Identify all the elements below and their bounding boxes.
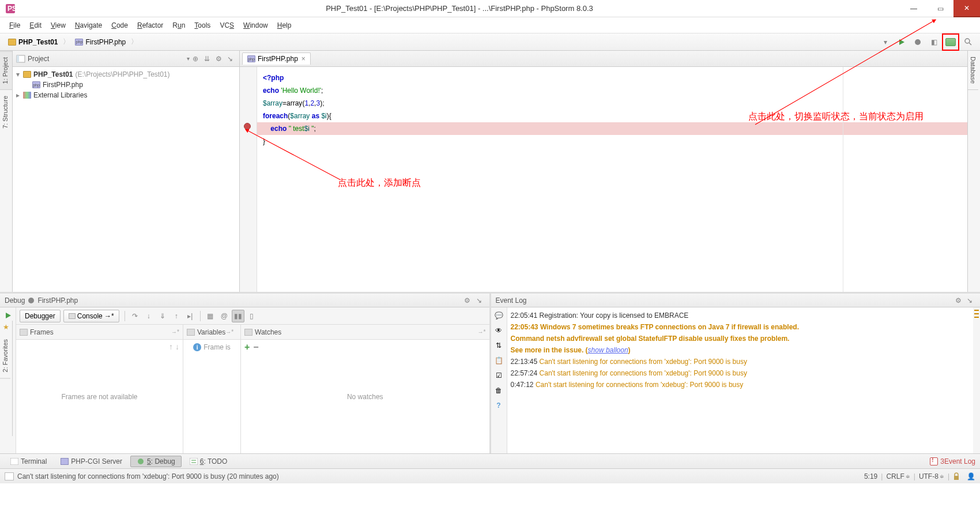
restore-layout-button[interactable]: ▯ — [246, 310, 258, 322]
toolwin-debug[interactable]: 5: Debug — [130, 456, 182, 467]
breadcrumb-sep: 〉 — [63, 37, 70, 47]
listen-debug-button[interactable] — [942, 33, 959, 51]
editor-tab-firstphp[interactable]: php FirstPHP.php × — [242, 52, 311, 65]
menu-window[interactable]: Window — [239, 20, 273, 31]
debug-label: Debug — [5, 296, 25, 305]
coverage-button[interactable]: ◧ — [927, 35, 941, 49]
status-message: Can't start listening for connections fr… — [17, 472, 279, 480]
toolwin-eventlog[interactable]: 3 Event Log — [930, 457, 975, 465]
svg-marker-13 — [6, 313, 11, 318]
hide-panel-icon[interactable]: ↘ — [473, 295, 485, 306]
resume-button[interactable] — [2, 310, 14, 321]
editor-gutter[interactable] — [240, 67, 257, 292]
hide-panel-icon[interactable]: ↘ — [964, 295, 975, 306]
menu-edit[interactable]: Edit — [25, 20, 46, 31]
pin-icon[interactable]: →* — [478, 329, 486, 335]
breadcrumb-file[interactable]: php FirstPHP.php — [71, 37, 129, 47]
eventlog-title: Event Log — [496, 296, 527, 305]
gear-icon[interactable]: ⚙ — [213, 53, 224, 65]
code-token: echo — [263, 87, 279, 95]
filter-icon[interactable]: ⇅ — [493, 340, 504, 351]
mark-read-icon[interactable]: 👁 — [493, 325, 504, 336]
hector-icon[interactable]: 👤 — [967, 472, 975, 480]
copy-icon[interactable]: 📋 — [493, 355, 504, 366]
add-watch-icon[interactable]: + — [244, 342, 250, 352]
svg-point-3 — [915, 39, 921, 45]
watches-title: Watches — [255, 328, 281, 336]
sidebar-tab-database[interactable]: Database — [968, 51, 978, 90]
editor-tabs: php FirstPHP.php × — [240, 51, 967, 67]
log-link[interactable]: show balloon — [588, 346, 628, 354]
minimize-button[interactable]: — — [900, 0, 927, 17]
tree-external-libs[interactable]: ▸ External Libraries — [13, 90, 239, 100]
watch-button[interactable]: @ — [218, 310, 231, 322]
menu-run[interactable]: Run — [168, 20, 190, 31]
run-button[interactable] — [895, 35, 909, 49]
trash-icon[interactable]: 🗑 — [493, 385, 504, 396]
layout-button[interactable]: ▮▮ — [232, 310, 244, 322]
toolwin-phpcgi[interactable]: PHP-CGI Server — [55, 456, 128, 467]
run-to-cursor-button[interactable]: ▸| — [184, 310, 197, 322]
frame-down-icon[interactable]: ↓ — [175, 342, 179, 351]
gear-icon[interactable]: ⚙ — [462, 295, 473, 306]
menu-file[interactable]: File — [5, 20, 25, 31]
editor-body[interactable]: <?php echo 'Hello World!'; $array=array(… — [240, 67, 967, 292]
file-encoding[interactable]: UTF-8 — [919, 472, 938, 480]
pin-icon[interactable]: →* — [225, 329, 233, 335]
step-over-button[interactable]: ↷ — [129, 310, 141, 322]
frames-title: Frames — [30, 328, 54, 336]
tree-file-firstphp[interactable]: php FirstPHP.php — [13, 80, 239, 90]
menu-vcs[interactable]: VCS — [215, 20, 239, 31]
breakpoint-marker[interactable] — [244, 123, 251, 130]
breadcrumb-root-label: PHP_Test01 — [18, 38, 58, 46]
frame-up-icon[interactable]: ↑ — [169, 342, 173, 351]
debugger-tab[interactable]: Debugger — [20, 310, 61, 322]
tree-root[interactable]: ▾ PHP_Test01 (E:\Projects\PHP\PHP_Test01… — [13, 69, 239, 80]
sidebar-tab-structure[interactable]: 7: Structure — [0, 89, 12, 134]
menu-code[interactable]: Code — [107, 20, 133, 31]
line-separator[interactable]: CRLF — [886, 472, 904, 480]
scroll-from-source-icon[interactable]: ⊕ — [190, 53, 201, 65]
toolwin-terminal[interactable]: Terminal — [5, 456, 52, 467]
log-ts: 22:57:24 — [511, 369, 538, 377]
step-out-button[interactable]: ↑ — [170, 310, 183, 322]
hide-panel-icon[interactable]: ↘ — [224, 53, 236, 65]
sidebar-tab-project[interactable]: 1: Project — [0, 51, 12, 89]
maximize-button[interactable]: ▭ — [927, 0, 953, 17]
menu-tools[interactable]: Tools — [190, 20, 215, 31]
search-everywhere-button[interactable] — [962, 35, 975, 49]
gear-icon[interactable]: ⚙ — [952, 295, 964, 306]
log-ts: 22:05:41 — [511, 311, 538, 320]
menu-help[interactable]: Help — [273, 20, 296, 31]
console-tab[interactable]: Console →* — [63, 310, 119, 322]
sidebar-tab-favorites[interactable]: 2: Favorites — [0, 333, 10, 378]
menu-view[interactable]: View — [46, 20, 70, 31]
pin-icon[interactable]: →* — [171, 329, 179, 335]
remove-watch-icon[interactable]: − — [253, 342, 258, 352]
eventlog-content[interactable]: 22:05:41 Registration: Your copy is lice… — [507, 307, 974, 453]
toolwin-todo[interactable]: 6: TODO — [184, 456, 233, 467]
statusbar-icon[interactable] — [5, 472, 14, 480]
menu-refactor[interactable]: Refactor — [133, 20, 168, 31]
breadcrumb-root[interactable]: PHP_Test01 — [5, 37, 61, 47]
help-icon[interactable]: ? — [493, 400, 504, 411]
close-button[interactable]: ✕ — [953, 0, 980, 17]
force-step-into-button[interactable]: ⇓ — [156, 310, 169, 322]
evaluate-button[interactable]: ▦ — [204, 310, 217, 322]
close-tab-icon[interactable]: × — [301, 55, 306, 63]
lock-icon[interactable] — [953, 472, 960, 480]
expand-arrow-icon[interactable]: ▸ — [16, 91, 23, 99]
collapse-all-icon[interactable]: ⇊ — [201, 53, 213, 65]
balloon-icon[interactable]: 💬 — [493, 310, 504, 321]
checkbox-icon[interactable]: ☑ — [493, 370, 504, 381]
log-msg: Can't start listening for connections fr… — [537, 358, 747, 366]
debug-button[interactable] — [911, 35, 925, 49]
caret-position[interactable]: 5:19 — [864, 472, 877, 480]
svg-rect-20 — [190, 458, 198, 465]
expand-arrow-icon[interactable]: ▾ — [16, 70, 23, 78]
menu-navigate[interactable]: Navigate — [70, 20, 107, 31]
run-config-dropdown[interactable]: ▾ — [879, 35, 892, 49]
code-area[interactable]: <?php echo 'Hello World!'; $array=array(… — [257, 67, 967, 292]
step-into-button[interactable]: ↓ — [142, 310, 155, 322]
code-token: echo — [270, 125, 287, 133]
